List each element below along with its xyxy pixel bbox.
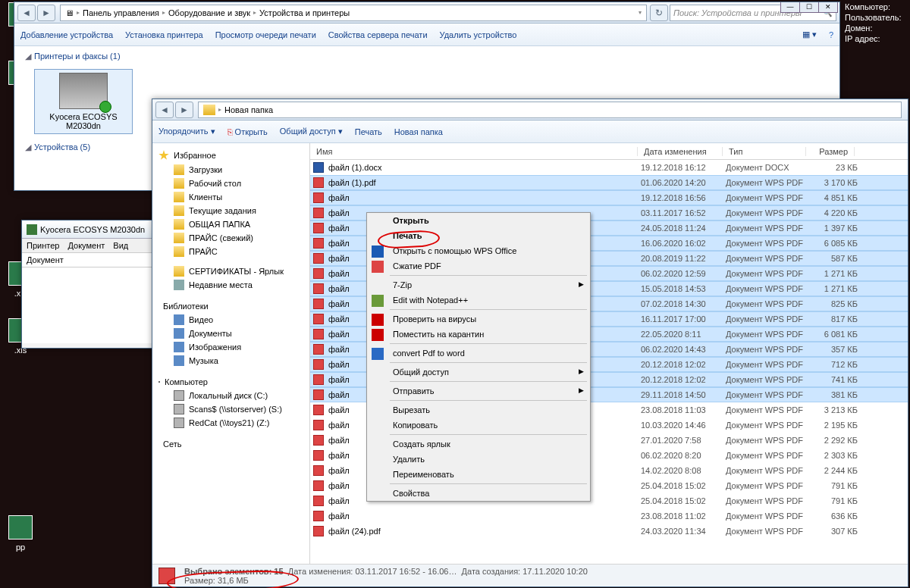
context-menu-item[interactable]: Создать ярлык [367, 436, 590, 452]
folder-icon [203, 105, 215, 115]
nav-item[interactable]: RedCat (\\toys21) (Z:) [152, 416, 309, 430]
context-menu-item[interactable]: Сжатие PDF [367, 258, 590, 274]
view-options-icon[interactable]: ▦ ▾ [802, 30, 817, 39]
nav-item[interactable]: ПРАЙС [152, 245, 309, 258]
computer-group[interactable]: Компьютер [152, 375, 309, 389]
context-menu-item[interactable]: Открыть [367, 213, 590, 228]
context-menu-item[interactable]: Проверить на вирусы [367, 311, 590, 327]
folder-icon [174, 246, 184, 257]
print-button[interactable]: Печать [355, 127, 382, 136]
forward-button[interactable]: ► [37, 5, 55, 21]
forward-button[interactable]: ► [175, 102, 193, 118]
nav-item[interactable]: Текущие задания [152, 204, 309, 217]
nav-item[interactable]: Документы [152, 327, 309, 340]
context-menu-item[interactable]: Отправить▶ [367, 383, 590, 399]
file-row[interactable]: файл (24).pdf24.03.2020 11:34Документ WP… [310, 524, 908, 539]
navigation-pane: Избранное ЗагрузкиРабочий столКлиентыТек… [152, 143, 310, 564]
col-name[interactable]: Имя [310, 147, 638, 156]
context-menu-item[interactable]: Свойства [367, 486, 590, 501]
nav-item[interactable]: Изображения [152, 340, 309, 354]
breadcrumb[interactable]: ▸ Новая папка [198, 102, 902, 118]
recent-icon [174, 280, 184, 290]
file-row[interactable]: файл (1).pdf01.06.2020 14:20Документ WPS… [310, 175, 908, 190]
nav-item[interactable]: Загрузки [152, 163, 309, 177]
context-menu-item[interactable]: Копировать [367, 418, 590, 433]
status-bar: Выбрано элементов: 15 Дата изменения: 03… [152, 564, 908, 586]
remove-device-button[interactable]: Удалить устройство [440, 30, 517, 39]
nav-item[interactable]: Видео [152, 313, 309, 327]
new-folder-button[interactable]: Новая папка [394, 127, 443, 136]
context-menu-item[interactable]: Вырезать [367, 402, 590, 418]
file-icon [313, 374, 324, 385]
context-menu-item[interactable]: convert Pdf to word [367, 346, 590, 361]
file-icon [313, 389, 324, 400]
nav-item[interactable]: Рабочий стол [152, 177, 309, 190]
col-size[interactable]: Размер [806, 147, 855, 156]
file-icon [313, 268, 324, 279]
nav-link[interactable]: СЕРТИФИКАТЫ - Ярлык [152, 264, 309, 278]
col-type[interactable]: Тип [723, 147, 806, 156]
file-icon [313, 314, 324, 324]
add-device-button[interactable]: Добавление устройства [20, 30, 113, 39]
context-menu-item[interactable]: Удалить [367, 452, 590, 467]
share-button[interactable]: Общий доступ ▾ [280, 127, 343, 136]
selection-count: Выбрано элементов: 15 [184, 567, 284, 576]
file-row[interactable]: файл23.08.2018 11:02Документ WPS PDF636 … [310, 508, 908, 524]
context-menu-item[interactable]: Печать [367, 228, 590, 243]
file-icon [313, 405, 324, 415]
context-menu-item[interactable]: Открыть с помощью WPS Office [367, 243, 590, 258]
folder-icon [174, 192, 184, 202]
close-button[interactable]: ✕ [818, 2, 838, 13]
printers-section-header[interactable]: ◢Принтеры и факсы (1) [19, 46, 835, 66]
menu-document[interactable]: Документ [67, 241, 105, 250]
back-button[interactable]: ◄ [155, 102, 174, 118]
nav-item[interactable]: Локальный диск (C:) [152, 389, 309, 402]
add-printer-button[interactable]: Установка принтера [125, 30, 203, 39]
maximize-button[interactable]: ☐ [799, 2, 819, 13]
folder-icon [174, 328, 184, 339]
nav-item[interactable]: Scans$ (\\storserver) (S:) [152, 402, 309, 416]
file-icon [313, 450, 324, 461]
network-group[interactable]: Сеть [152, 437, 309, 451]
nav-item[interactable]: ПРАЙС (свежий) [152, 231, 309, 245]
context-menu-item[interactable]: Переименовать [367, 467, 590, 482]
menu-printer[interactable]: Принтер [27, 241, 59, 250]
minimize-button[interactable]: — [780, 2, 800, 13]
computer-icon [158, 381, 160, 383]
file-row[interactable]: файл (1).docx19.12.2018 16:12Документ DO… [310, 160, 908, 175]
command-bar: Упорядочить ▾ ⎘ Открыть Общий доступ ▾ П… [152, 120, 908, 143]
view-queue-button[interactable]: Просмотр очереди печати [215, 30, 316, 39]
menu-view[interactable]: Вид [113, 241, 128, 250]
app-icon [372, 295, 384, 307]
server-props-button[interactable]: Свойства сервера печати [328, 30, 428, 39]
open-button[interactable]: ⎘ Открыть [228, 127, 268, 136]
file-row[interactable]: файл19.12.2018 16:56Документ WPS PDF4 85… [310, 190, 908, 205]
libraries-group[interactable]: Библиотеки [152, 299, 309, 313]
context-menu-item[interactable]: Общий доступ▶ [367, 364, 590, 380]
file-icon [313, 465, 324, 476]
nav-item[interactable]: ОБЩАЯ ПАПКА [152, 217, 309, 231]
desktop-icon[interactable]: pp [2, 515, 39, 561]
folder-icon [174, 418, 184, 428]
col-date[interactable]: Дата изменения [638, 147, 723, 156]
context-menu-item[interactable]: Поместить на карантин [367, 327, 590, 342]
file-icon [313, 480, 324, 491]
folder-icon [174, 266, 184, 277]
nav-item[interactable]: Клиенты [152, 190, 309, 204]
back-button[interactable]: ◄ [17, 5, 36, 21]
printer-item[interactable]: Kyocera ECOSYS M2030dn [34, 69, 133, 134]
file-icon [313, 299, 324, 309]
refresh-button[interactable]: ↻ [650, 5, 668, 21]
submenu-arrow-icon: ▶ [579, 280, 584, 288]
folder-icon [174, 164, 184, 175]
nav-item[interactable]: Музыка [152, 354, 309, 368]
context-menu-item[interactable]: 7-Zip▶ [367, 277, 590, 292]
column-header[interactable]: Документ [22, 253, 153, 267]
organize-button[interactable]: Упорядочить ▾ [158, 127, 215, 136]
help-icon[interactable]: ? [829, 30, 833, 39]
breadcrumb[interactable]: 🖥▸ Панель управления▸ Оборудование и зву… [60, 5, 647, 21]
favorites-group[interactable]: Избранное [152, 148, 309, 163]
nav-link[interactable]: Недавние места [152, 278, 309, 292]
folder-icon [174, 404, 184, 414]
context-menu-item[interactable]: Edit with Notepad++ [367, 292, 590, 308]
